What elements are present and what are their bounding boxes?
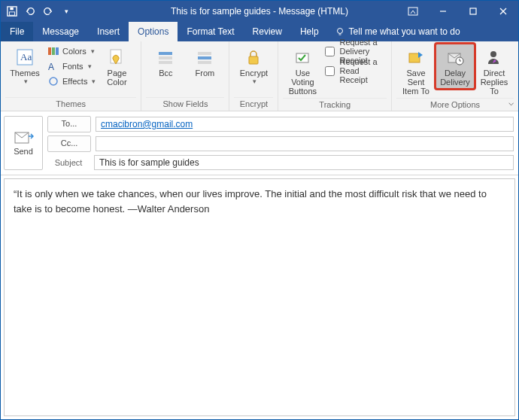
quick-access-toolbar: ▾	[1, 6, 71, 17]
redo-icon[interactable]	[43, 6, 53, 17]
svg-rect-2	[10, 8, 13, 11]
send-button[interactable]: Send	[4, 116, 43, 170]
cc-field[interactable]	[96, 136, 514, 151]
minimize-button[interactable]	[428, 1, 458, 22]
svg-rect-18	[159, 52, 172, 55]
save-sent-icon	[406, 47, 426, 67]
svg-rect-1	[10, 12, 15, 15]
tab-options[interactable]: Options	[129, 22, 178, 41]
direct-replies-icon	[484, 47, 504, 67]
compose-fields: To... Cc... Subject	[47, 116, 514, 170]
svg-rect-19	[159, 56, 172, 59]
window-controls	[398, 1, 518, 22]
effects-button[interactable]: Effects▾	[46, 74, 97, 89]
svg-rect-22	[198, 56, 211, 59]
svg-text:A: A	[48, 62, 54, 72]
group-themes: Aa Themes ▾ Colors▾ A Fonts▾	[1, 41, 141, 111]
tab-file[interactable]: File	[1, 22, 33, 41]
maximize-button[interactable]	[458, 1, 488, 22]
lock-icon	[244, 47, 263, 67]
ribbon-tabs: File Message Insert Options Format Text …	[1, 22, 518, 41]
ribbon-display-options-icon[interactable]	[398, 1, 428, 22]
svg-rect-13	[52, 47, 55, 55]
group-show-fields: Bcc From Show Fields	[141, 41, 229, 111]
svg-rect-23	[198, 61, 211, 64]
delay-delivery-button[interactable]: Delay Delivery	[436, 44, 475, 89]
qat-customize-icon[interactable]: ▾	[61, 6, 71, 17]
from-button[interactable]: From	[185, 44, 224, 80]
group-label-more-options: More Options	[396, 98, 514, 111]
compose-header: Send To... Cc... Subject	[1, 111, 518, 175]
svg-rect-5	[470, 8, 476, 14]
group-label-tracking: Tracking	[283, 98, 387, 111]
close-button[interactable]	[488, 1, 518, 22]
delivery-receipt-checkbox[interactable]: Request a Delivery Receipt	[325, 44, 387, 59]
body-text: “It is only when we take chances, when o…	[14, 188, 487, 215]
tab-message[interactable]: Message	[33, 22, 88, 41]
bcc-button[interactable]: Bcc	[146, 44, 185, 80]
ribbon: Aa Themes ▾ Colors▾ A Fonts▾	[1, 41, 518, 111]
fonts-button[interactable]: A Fonts▾	[46, 59, 97, 74]
lightbulb-icon	[335, 27, 344, 36]
delay-delivery-icon	[445, 47, 465, 67]
collapse-ribbon-icon[interactable]: ⌵	[508, 97, 514, 108]
svg-point-29	[490, 51, 496, 57]
tab-help[interactable]: Help	[291, 22, 328, 41]
fonts-icon: A	[47, 60, 59, 72]
themes-label: Themes	[10, 68, 40, 78]
svg-point-8	[337, 29, 342, 34]
from-icon	[195, 47, 214, 67]
group-label-encrypt: Encrypt	[234, 97, 273, 111]
tab-insert[interactable]: Insert	[88, 22, 129, 41]
undo-icon[interactable]	[25, 6, 35, 17]
colors-icon	[47, 45, 59, 57]
themes-icon: Aa	[15, 47, 35, 67]
group-label-themes: Themes	[5, 97, 136, 111]
themes-button[interactable]: Aa Themes ▾	[5, 44, 44, 87]
svg-text:Aa: Aa	[20, 51, 32, 62]
subject-label: Subject	[47, 155, 90, 170]
delivery-receipt-input[interactable]	[325, 47, 335, 56]
tab-format-text[interactable]: Format Text	[178, 22, 243, 41]
tab-review[interactable]: Review	[244, 22, 291, 41]
save-sent-item-to-button[interactable]: Save Sent Item To	[396, 44, 436, 98]
to-button[interactable]: To...	[47, 116, 91, 132]
chevron-down-icon: ▾	[24, 78, 28, 85]
tell-me-label: Tell me what you want to do	[349, 26, 460, 37]
direct-replies-to-button[interactable]: Direct Replies To	[475, 44, 514, 98]
colors-button[interactable]: Colors▾	[46, 44, 97, 59]
send-icon	[14, 130, 32, 144]
group-encrypt: Encrypt ▾ Encrypt	[229, 41, 278, 111]
save-icon[interactable]	[7, 6, 17, 17]
bcc-icon	[156, 47, 175, 67]
page-color-label: Page Color	[107, 68, 126, 87]
group-label-show-fields: Show Fields	[146, 97, 224, 111]
to-field[interactable]	[96, 117, 514, 132]
svg-rect-26	[409, 53, 420, 62]
effects-icon	[47, 75, 59, 87]
outlook-message-window: ▾ This is for sample guides - Message (H…	[0, 0, 519, 420]
cc-button[interactable]: Cc...	[47, 135, 91, 152]
read-receipt-input[interactable]	[325, 66, 335, 76]
svg-rect-3	[408, 8, 417, 15]
voting-icon	[293, 47, 312, 67]
page-color-icon	[107, 47, 126, 67]
svg-rect-12	[48, 47, 51, 55]
subject-field[interactable]	[94, 155, 514, 170]
use-voting-button[interactable]: Use Voting Buttons	[283, 44, 322, 98]
titlebar: ▾ This is for sample guides - Message (H…	[1, 1, 518, 22]
svg-rect-24	[249, 56, 258, 64]
read-receipt-checkbox[interactable]: Request a Read Receipt	[325, 63, 387, 78]
svg-point-16	[50, 78, 57, 85]
page-color-button[interactable]: Page Color	[97, 44, 136, 89]
svg-rect-14	[56, 47, 59, 55]
message-body[interactable]: “It is only when we take chances, when o…	[4, 178, 515, 416]
encrypt-button[interactable]: Encrypt ▾	[234, 44, 273, 87]
group-more-options: Save Sent Item To Delay Delivery Direct …	[392, 41, 518, 111]
svg-rect-21	[198, 52, 211, 55]
svg-rect-20	[159, 61, 172, 64]
group-tracking: Use Voting Buttons Request a Delivery Re…	[278, 41, 392, 111]
